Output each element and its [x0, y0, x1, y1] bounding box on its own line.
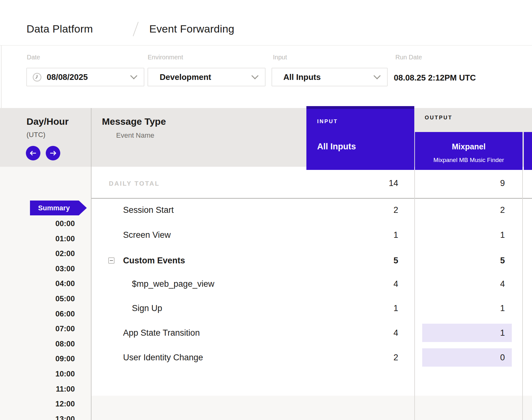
row-input-value: 4: [316, 328, 398, 338]
input-column-title: All Inputs: [317, 142, 356, 152]
day-hour-timezone: (UTC): [27, 131, 45, 139]
date-filter-label: Date: [27, 54, 40, 61]
breadcrumb-section[interactable]: Data Platform: [27, 23, 93, 35]
row-output-value: 4: [422, 275, 512, 293]
row-output-value-highlighted: 0: [422, 348, 512, 367]
row-input-value: 2: [316, 205, 398, 215]
row-label: $mp_web_page_view: [132, 279, 214, 289]
next-day-button[interactable]: [46, 146, 60, 160]
table-row-sign-up: Sign Up 1 1: [91, 299, 532, 317]
input-column-divider: [414, 170, 415, 420]
chevron-down-icon: [251, 72, 259, 80]
output-column-title: Mixpanel: [415, 142, 523, 151]
output-column-header-mixpanel[interactable]: Mixpanel Mixpanel MB Music Finder: [415, 132, 523, 170]
table-row-custom-events: Custom Events 5 5: [91, 251, 532, 270]
summary-row-marker[interactable]: Summary: [30, 201, 87, 215]
table-row-mp-web-page-view: $mp_web_page_view 4 4: [91, 275, 532, 293]
row-label: App State Transition: [123, 328, 200, 338]
input-dropdown[interactable]: All Inputs: [272, 68, 387, 86]
table-row-screen-view: Screen View 1 1: [91, 226, 532, 244]
grid-footer-band: [91, 396, 532, 420]
hour-item-0900[interactable]: 09:00: [0, 354, 75, 364]
hour-item-0800[interactable]: 08:00: [0, 339, 75, 349]
environment-dropdown[interactable]: Development: [148, 68, 265, 86]
previous-day-button[interactable]: [26, 146, 40, 160]
summary-label: Summary: [38, 204, 70, 212]
hour-item-0300[interactable]: 03:00: [0, 264, 75, 274]
run-date-value: 08.08.25 2:12PM UTC: [394, 73, 476, 83]
hour-item-1000[interactable]: 10:00: [0, 369, 75, 379]
hour-item-0000[interactable]: 00:00: [0, 219, 75, 229]
input-section-label: INPUT: [317, 118, 338, 125]
row-label: Session Start: [123, 205, 174, 215]
row-output-value: 2: [422, 201, 512, 219]
hour-item-0100[interactable]: 01:00: [0, 234, 75, 244]
daily-total-label: DAILY TOTAL: [109, 180, 160, 187]
collapse-toggle-icon[interactable]: [108, 257, 115, 264]
event-forwarding-page: Data Platform Event Forwarding Date Envi…: [0, 0, 532, 420]
daily-total-divider: [91, 198, 532, 199]
table-row-user-identity-change: User Identity Change 2 0: [91, 348, 532, 367]
chevron-down-icon: [374, 72, 381, 80]
breadcrumb-separator: [133, 22, 139, 36]
date-dropdown-value: 08/08/2025: [47, 72, 88, 82]
output-column-subtitle: Mixpanel MB Music Finder: [415, 157, 523, 164]
breadcrumb-page-title: Event Forwarding: [149, 23, 234, 35]
message-type-header: Message Type: [102, 116, 166, 127]
clock-icon: [33, 73, 42, 82]
row-label: Custom Events: [123, 256, 185, 266]
row-input-value: 1: [316, 230, 398, 240]
table-row-session-start: Session Start 2 2: [91, 201, 532, 219]
row-label: Sign Up: [132, 303, 162, 313]
row-output-value: 5: [422, 251, 512, 270]
hour-item-1200[interactable]: 12:00: [0, 399, 75, 409]
top-bar: Data Platform Event Forwarding: [0, 0, 532, 45]
row-label: User Identity Change: [123, 353, 203, 363]
input-filter-label: Input: [273, 54, 287, 61]
chevron-down-icon: [130, 72, 138, 80]
run-date-label: Run Date: [395, 54, 422, 61]
row-label: Screen View: [123, 230, 171, 240]
hour-item-0400[interactable]: 04:00: [0, 279, 75, 289]
input-column-header[interactable]: INPUT All Inputs: [306, 106, 414, 170]
date-dropdown[interactable]: 08/08/2025: [27, 68, 144, 86]
row-output-value: 1: [422, 299, 512, 317]
row-input-value: 1: [316, 303, 398, 313]
hour-item-0500[interactable]: 05:00: [0, 294, 75, 304]
row-output-value: 1: [422, 226, 512, 244]
output-column-header-next-partial[interactable]: [524, 132, 532, 170]
hour-item-0200[interactable]: 02:00: [0, 249, 75, 259]
row-input-value: 4: [316, 279, 398, 289]
environment-filter-label: Environment: [148, 54, 183, 61]
arrow-left-icon: [29, 150, 37, 156]
day-hour-header: Day/Hour: [27, 116, 68, 127]
hour-item-0600[interactable]: 06:00: [0, 309, 75, 319]
output-section-label: OUTPUT: [425, 115, 452, 121]
input-dropdown-value: All Inputs: [283, 72, 321, 82]
arrow-right-icon: [49, 150, 57, 156]
row-output-value-highlighted: 1: [422, 324, 512, 342]
daily-total-output-value: 9: [422, 178, 505, 188]
day-hour-column-divider: [91, 108, 92, 420]
hour-item-1100[interactable]: 11:00: [0, 384, 75, 394]
environment-dropdown-value: Development: [160, 72, 211, 82]
table-row-app-state-transition: App State Transition 4 1: [91, 324, 532, 342]
hour-item-1300[interactable]: 13:00: [0, 414, 75, 420]
daily-total-input-value: 14: [316, 178, 398, 188]
daily-total-row: DAILY TOTAL 14 9: [91, 170, 532, 198]
row-input-value: 5: [316, 256, 398, 266]
row-input-value: 2: [316, 353, 398, 363]
hour-item-0700[interactable]: 07:00: [0, 324, 75, 334]
output-column-divider: [522, 170, 523, 420]
event-name-subheader: Event Name: [116, 131, 154, 140]
